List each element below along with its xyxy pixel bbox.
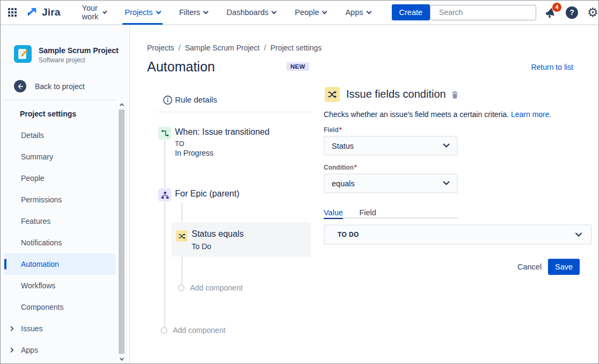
branch-icon [158, 188, 171, 201]
breadcrumb: Projects / Sample Scrum Project / Projec… [147, 43, 322, 52]
chevron-down-icon [203, 9, 209, 14]
add-component-inner-button[interactable]: Add component [178, 283, 243, 292]
help-button[interactable]: ? [566, 6, 578, 19]
breadcrumb-project-settings[interactable]: Project settings [271, 43, 322, 52]
sidebar-item-issues[interactable]: Issues [4, 318, 115, 339]
sidebar: Sample Scrum Project Software project Ba… [1, 25, 130, 363]
timeline-divider [156, 112, 312, 112]
field-select[interactable]: Status [324, 136, 458, 156]
sidebar-item-apps[interactable]: Apps [4, 339, 115, 361]
settings-menu-heading: Project settings [1, 103, 115, 125]
condition-card-selected[interactable]: Status equals To Do [171, 222, 311, 257]
trash-icon [450, 90, 459, 99]
settings-menu: Project settings Details Summary People … [1, 103, 115, 361]
value-select[interactable]: TO DO [324, 224, 592, 245]
chevron-down-icon [443, 181, 450, 186]
return-to-list-link[interactable]: Return to list [531, 63, 573, 71]
search-box[interactable] [430, 5, 536, 20]
panel-title: Issue fields condition [346, 88, 446, 100]
nav-item-people[interactable]: People [293, 1, 328, 25]
new-badge: NEW [287, 62, 309, 71]
scroll-down-arrow[interactable] [118, 354, 126, 363]
breadcrumb-separator: / [264, 43, 266, 52]
cancel-button[interactable]: Cancel [517, 263, 542, 271]
sidebar-item-features[interactable]: Features [4, 210, 115, 232]
trigger-icon [158, 127, 171, 140]
chevron-right-icon [9, 326, 15, 332]
jira-logo-icon [26, 6, 39, 19]
learn-more-link[interactable]: Learn more. [511, 110, 551, 119]
condition-label: Condition* [324, 164, 357, 171]
chevron-down-icon [366, 9, 371, 14]
condition-subtitle: To Do [192, 242, 211, 251]
trigger-detail-to: TO [175, 140, 184, 148]
scroll-up-arrow[interactable] [118, 100, 126, 109]
breadcrumb-project-name[interactable]: Sample Scrum Project [185, 43, 259, 52]
sidebar-divider [5, 100, 115, 100]
save-button[interactable]: Save [548, 259, 580, 275]
project-name: Sample Scrum Project [39, 45, 119, 55]
trigger-detail-status: In Progress [175, 149, 214, 157]
sidebar-item-components[interactable]: Components [4, 296, 115, 318]
top-icons: 4 ? ⚙ NV [544, 6, 599, 19]
notification-count-badge: 4 [552, 3, 561, 12]
required-marker: * [354, 164, 357, 171]
nav-item-dashboards[interactable]: Dashboards [224, 1, 278, 25]
nav-item-your-work[interactable]: Your work [80, 1, 108, 25]
settings-button[interactable]: ⚙ [587, 6, 598, 19]
condition-icon [176, 230, 187, 242]
back-arrow-icon [14, 80, 26, 92]
app-switcher-icon[interactable] [8, 6, 17, 19]
nav-item-projects[interactable]: Projects [122, 1, 162, 25]
condition-title: Status equals [192, 229, 244, 239]
chevron-down-icon [156, 9, 161, 14]
project-header: Sample Scrum Project Software project [14, 45, 119, 64]
chevron-down-icon [443, 143, 450, 148]
nav-item-filters[interactable]: Filters [177, 1, 210, 25]
jira-logo-text: Jira [42, 6, 61, 18]
info-icon [163, 95, 173, 105]
sidebar-scrollbar[interactable] [118, 100, 126, 363]
branch-item[interactable]: For Epic (parent) [175, 189, 239, 199]
field-label: Field* [324, 126, 342, 134]
issue-fields-condition-icon [325, 87, 340, 102]
delete-condition-button[interactable] [450, 90, 459, 101]
rule-details-link[interactable]: Rule details [175, 95, 217, 104]
breadcrumb-separator: / [179, 43, 181, 52]
sidebar-item-permissions[interactable]: Permissions [4, 189, 115, 210]
notifications-button[interactable]: 4 [544, 6, 557, 19]
create-button[interactable]: Create [392, 4, 430, 20]
trigger-item[interactable]: When: Issue transitioned [175, 127, 269, 137]
main-panel: Projects / Sample Scrum Project / Projec… [130, 25, 598, 363]
breadcrumb-projects[interactable]: Projects [147, 43, 174, 52]
search-input[interactable] [439, 8, 536, 17]
chevron-down-icon [575, 232, 582, 237]
panel-description: Checks whether an issue's field meets a … [324, 110, 551, 119]
back-to-project-button[interactable]: Back to project [14, 80, 85, 92]
add-component-circle-icon [178, 285, 185, 292]
app-window: Jira Your work Projects Filters Dashboar… [0, 0, 599, 364]
back-to-project-label: Back to project [35, 82, 85, 91]
sidebar-item-details[interactable]: Details [4, 125, 115, 146]
tab-underline-track [324, 217, 458, 219]
chevron-down-icon [322, 9, 327, 14]
tab-value[interactable]: Value [324, 208, 343, 220]
chevron-down-icon [272, 9, 277, 14]
sidebar-item-people[interactable]: People [4, 168, 115, 189]
chevron-right-icon [9, 347, 15, 353]
add-component-outer-button[interactable]: Add component [160, 326, 225, 334]
scrollbar-thumb[interactable] [119, 110, 125, 354]
sidebar-item-automation[interactable]: Automation [4, 253, 115, 275]
project-type: Software project [39, 56, 119, 64]
content-area: Sample Scrum Project Software project Ba… [1, 25, 598, 363]
nav-item-apps[interactable]: Apps [343, 1, 372, 25]
condition-select[interactable]: equals [324, 173, 458, 193]
required-marker: * [339, 126, 342, 134]
top-navigation: Jira Your work Projects Filters Dashboar… [1, 1, 598, 25]
sidebar-item-summary[interactable]: Summary [4, 146, 115, 168]
gear-icon: ⚙ [587, 6, 598, 19]
sidebar-item-notifications[interactable]: Notifications [4, 232, 115, 253]
jira-logo[interactable]: Jira [26, 6, 61, 19]
sidebar-item-workflows[interactable]: Workflows [4, 275, 115, 296]
timeline-connector [164, 141, 165, 330]
